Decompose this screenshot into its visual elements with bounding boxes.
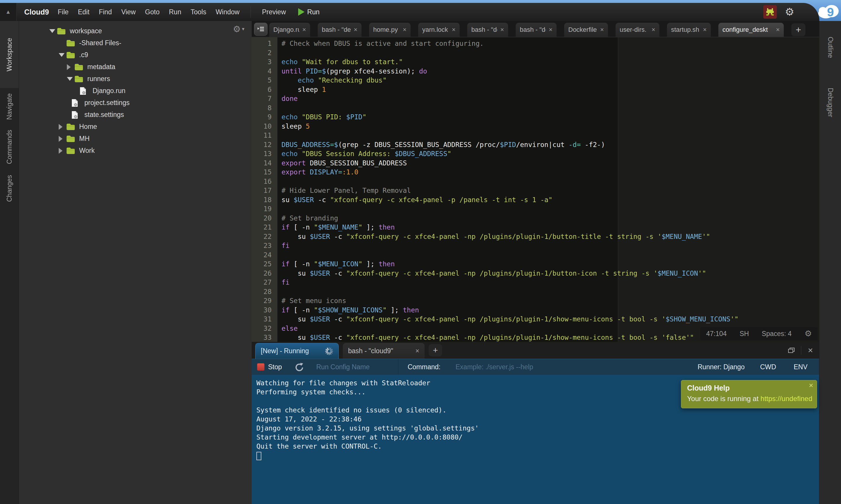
new-tab-button[interactable]: + bbox=[791, 23, 805, 36]
tree-item-runners[interactable]: runners bbox=[19, 73, 252, 85]
editor-tab-user-dirs[interactable]: user-dirs.× bbox=[616, 23, 659, 37]
maximize-panel-icon[interactable] bbox=[788, 348, 794, 353]
collapse-arrow-icon[interactable] bbox=[67, 77, 74, 81]
tab-close-icon[interactable]: × bbox=[403, 26, 407, 34]
expand-arrow-icon[interactable] bbox=[59, 148, 66, 154]
editor-tab-bash-de[interactable]: bash - "de× bbox=[516, 23, 556, 37]
sidebar-tab-navigate[interactable]: Navigate bbox=[0, 90, 19, 123]
folder-icon bbox=[66, 40, 75, 47]
new-console-tab-button[interactable]: + bbox=[429, 344, 442, 356]
tree-item-home[interactable]: Home bbox=[19, 121, 252, 133]
editor-tab-startup-sh[interactable]: startup.sh× bbox=[667, 23, 711, 37]
run-config-name-input[interactable]: Run Config Name bbox=[316, 359, 370, 375]
tree-item-metadata[interactable]: metadata bbox=[19, 61, 252, 73]
command-input[interactable]: Example: ./server.js --help bbox=[456, 359, 533, 375]
menu-find[interactable]: Find bbox=[94, 8, 117, 16]
running-url-link[interactable]: https://undefined bbox=[760, 395, 812, 402]
editor-settings-gear-icon[interactable]: ⚙ bbox=[805, 329, 812, 338]
stop-button-label[interactable]: Stop bbox=[268, 359, 282, 375]
close-panel-icon[interactable]: × bbox=[808, 346, 813, 355]
expand-arrow-icon[interactable] bbox=[67, 64, 74, 70]
tree-item-label: Home bbox=[79, 123, 97, 131]
tab-label: startup.sh bbox=[671, 26, 700, 34]
tree-item-c9[interactable]: .c9 bbox=[19, 49, 252, 61]
terminal-line: Django version 3.2.15, using settings 'g… bbox=[256, 424, 819, 433]
settings-gear-icon[interactable]: ⚙ bbox=[785, 7, 794, 17]
runner-selector[interactable]: Runner: Django bbox=[698, 359, 745, 375]
tree-item-mh[interactable]: MH bbox=[19, 133, 252, 145]
tab-close-icon[interactable]: × bbox=[500, 26, 504, 34]
cloud9-logo-icon: 9 bbox=[818, 1, 840, 20]
editor-tab-configure-deskt[interactable]: configure_deskt× bbox=[718, 23, 784, 37]
cwd-button[interactable]: CWD bbox=[760, 359, 776, 375]
right-tab-outline[interactable]: Outline bbox=[819, 27, 841, 68]
terminal-cursor bbox=[256, 452, 261, 460]
console-tab-new-running[interactable]: [New] - Running bbox=[255, 343, 339, 359]
sidebar-tab-changes[interactable]: Changes bbox=[0, 172, 19, 205]
console-tab-close-icon[interactable]: × bbox=[415, 347, 419, 355]
play-icon bbox=[298, 8, 305, 16]
invader-glyph bbox=[765, 7, 775, 17]
run-button[interactable]: Run bbox=[298, 8, 320, 16]
tree-item-work[interactable]: Work bbox=[19, 145, 252, 157]
menu-file[interactable]: File bbox=[53, 8, 73, 16]
expand-arrow-icon[interactable] bbox=[59, 124, 66, 130]
folder-icon bbox=[74, 75, 84, 83]
code-line: echo "DBUS PID: $PID" bbox=[281, 112, 819, 122]
tree-item-state-settings[interactable]: state.settings bbox=[19, 109, 252, 121]
stop-button[interactable] bbox=[257, 359, 264, 375]
right-tab-debugger[interactable]: Debugger bbox=[819, 75, 841, 130]
menu-view[interactable]: View bbox=[117, 8, 140, 16]
collapse-arrow-icon[interactable] bbox=[49, 29, 57, 33]
tab-list-button[interactable] bbox=[254, 23, 268, 36]
file-tree: workspace-Shared Files-.c9metadatarunner… bbox=[19, 25, 252, 157]
menu-run[interactable]: Run bbox=[164, 8, 186, 16]
editor-tab-bash-de[interactable]: bash - "de× bbox=[318, 23, 361, 37]
console-window-controls: × bbox=[788, 342, 813, 359]
tree-item-workspace[interactable]: workspace bbox=[19, 25, 252, 37]
indent-setting[interactable]: Spaces: 4 bbox=[762, 330, 792, 338]
popup-close-icon[interactable]: × bbox=[809, 381, 813, 389]
syntax-mode[interactable]: SH bbox=[740, 330, 749, 338]
env-button[interactable]: ENV bbox=[794, 359, 807, 375]
menu-preview[interactable]: Preview bbox=[257, 8, 291, 16]
popup-title: Cloud9 Help bbox=[687, 384, 811, 392]
sidebar-tab-commands[interactable]: Commands bbox=[0, 129, 19, 164]
code-editor[interactable]: # Check when DBUS is active and start co… bbox=[277, 37, 819, 342]
bug-report-icon[interactable] bbox=[763, 5, 777, 19]
right-tab-label: Debugger bbox=[826, 88, 834, 117]
tab-close-icon[interactable]: × bbox=[452, 26, 456, 34]
editor-tab-bash-de[interactable]: bash - "de× bbox=[467, 23, 508, 37]
collapse-menubar-button[interactable]: ▲ bbox=[0, 3, 17, 21]
restart-button[interactable] bbox=[294, 359, 304, 375]
popup-message: Your code is running at https://undefine… bbox=[687, 395, 811, 403]
sidebar-tab-workspace[interactable]: Workspace bbox=[0, 21, 19, 88]
cursor-position[interactable]: 47:104 bbox=[706, 330, 726, 338]
tree-item-shared-files[interactable]: -Shared Files- bbox=[19, 37, 252, 49]
menu-goto[interactable]: Goto bbox=[140, 8, 165, 16]
collapse-arrow-icon[interactable] bbox=[59, 53, 66, 57]
menu-edit[interactable]: Edit bbox=[73, 8, 94, 16]
tab-close-icon[interactable]: × bbox=[776, 26, 780, 34]
expand-arrow-icon[interactable] bbox=[59, 136, 66, 142]
tab-close-icon[interactable]: × bbox=[302, 26, 306, 34]
tree-item-project-settings[interactable]: project.settings bbox=[19, 97, 252, 109]
tab-close-icon[interactable]: × bbox=[703, 26, 707, 34]
editor-tab-home-py[interactable]: home.py× bbox=[369, 23, 411, 37]
tab-close-icon[interactable]: × bbox=[651, 26, 655, 34]
editor-tab-django-ru[interactable]: Django.ru× bbox=[269, 23, 310, 37]
code-line bbox=[281, 104, 819, 113]
tab-close-icon[interactable]: × bbox=[549, 26, 552, 34]
tab-close-icon[interactable]: × bbox=[354, 26, 357, 34]
code-line: su $USER -c "xfconf-query -c xfce4-panel… bbox=[281, 315, 819, 324]
console-tab-bash-cloud9[interactable]: bash - "cloud9"× bbox=[343, 343, 425, 359]
tree-item-django-run[interactable]: Django.run bbox=[19, 85, 252, 97]
tab-close-icon[interactable]: × bbox=[600, 26, 604, 34]
menu-tools[interactable]: Tools bbox=[186, 8, 211, 16]
editor-tab-yarn-lock[interactable]: yarn.lock× bbox=[418, 23, 460, 37]
editor-tab-dockerfile[interactable]: Dockerfile× bbox=[564, 23, 608, 37]
code-line: su $USER -c "xfconf-query -c xfce4-panel… bbox=[281, 269, 819, 278]
app-title[interactable]: Cloud9 bbox=[24, 8, 49, 16]
menu-window[interactable]: Window bbox=[211, 8, 244, 16]
code-line: # Hide Lower Panel, Temp Removal bbox=[281, 186, 819, 195]
